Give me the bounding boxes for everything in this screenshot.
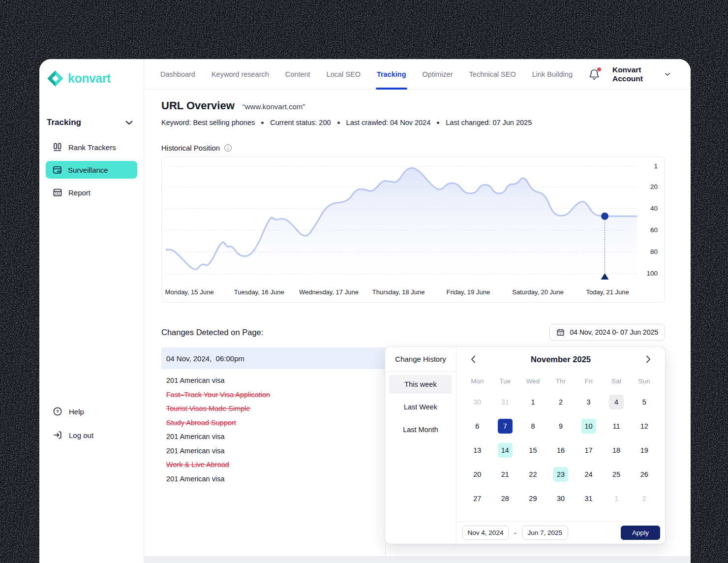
help-button[interactable]: ? Help xyxy=(53,407,144,416)
calendar-day[interactable]: 16 xyxy=(547,438,575,462)
calendar-day[interactable]: 24 xyxy=(575,462,603,486)
info-icon[interactable] xyxy=(224,144,232,152)
calendar-day[interactable]: 21 xyxy=(491,462,519,486)
calendar-day[interactable]: 10 xyxy=(575,414,603,438)
calendar-panel: November 2025 MonTueWedThrFriSatSun 3031… xyxy=(456,347,665,544)
x-axis-label: Saturday, 20 June xyxy=(512,288,564,296)
calendar-day-number: 29 xyxy=(525,491,540,506)
calendar-day[interactable]: 29 xyxy=(519,486,547,510)
calendar-day-number: 31 xyxy=(498,395,513,409)
calendar-day-number: 12 xyxy=(637,419,652,434)
history-option-this-week[interactable]: This week xyxy=(389,375,452,394)
historical-position-label: Historical Position xyxy=(161,144,220,152)
weekday-label: Sun xyxy=(630,377,658,385)
calendar-day-number: 23 xyxy=(553,467,568,482)
historical-position-chart: 120406080100 Monday, 15 JuneTuesday, 16 … xyxy=(161,156,665,303)
rank-trackers-icon xyxy=(53,142,62,152)
end-date-input[interactable] xyxy=(522,526,568,540)
calendar-day[interactable]: 12 xyxy=(630,414,658,438)
nav-tab-optimizer[interactable]: Optimizer xyxy=(423,59,453,90)
calendar-day[interactable]: 31 xyxy=(491,390,519,414)
sidebar-item-rank-trackers[interactable]: Rank Trackers xyxy=(46,138,137,156)
nav-tab-link-building[interactable]: Link Building xyxy=(532,59,573,90)
calendar-day[interactable]: 1 xyxy=(519,390,547,414)
apply-button[interactable]: Apply xyxy=(621,526,660,540)
sidebar-item-report[interactable]: Report xyxy=(46,184,137,201)
calendar-day[interactable]: 20 xyxy=(463,462,491,486)
calendar-day[interactable]: 7 xyxy=(491,414,519,438)
calendar-day[interactable]: 28 xyxy=(491,486,519,510)
surveillance-icon xyxy=(53,165,62,175)
calendar-day[interactable]: 15 xyxy=(519,438,547,462)
calendar-icon xyxy=(556,328,565,337)
y-axis-tick: 40 xyxy=(640,204,658,214)
calendar-day[interactable]: 1 xyxy=(603,486,631,510)
calendar-day[interactable]: 14 xyxy=(491,438,519,462)
konvart-logo-icon xyxy=(47,70,64,87)
nav-tabs: DashboardKeyword researchContentLocal SE… xyxy=(160,59,573,89)
calendar-day[interactable]: 5 xyxy=(630,390,658,414)
x-axis: Monday, 15 JuneTuesday, 16 JuneWednesday… xyxy=(166,288,638,297)
nav-tab-dashboard[interactable]: Dashboard xyxy=(160,59,195,90)
svg-text:?: ? xyxy=(56,408,59,414)
calendar-day[interactable]: 3 xyxy=(575,390,603,414)
position-area-chart xyxy=(166,157,638,280)
date-range-dash: - xyxy=(514,529,516,537)
weekday-label: Thr xyxy=(547,377,575,385)
calendar-day-number: 19 xyxy=(637,443,652,458)
nav-tab-technical-seo[interactable]: Technical SEO xyxy=(469,59,516,90)
calendar-day[interactable]: 8 xyxy=(519,414,547,438)
calendar-day[interactable]: 2 xyxy=(630,486,658,510)
nav-tab-keyword-research[interactable]: Keyword research xyxy=(212,59,269,90)
calendar-day[interactable]: 27 xyxy=(463,486,491,510)
calendar-day-number: 21 xyxy=(498,467,513,482)
calendar-day[interactable]: 6 xyxy=(463,414,491,438)
notifications-button[interactable] xyxy=(589,68,600,80)
nav-tab-local-seo[interactable]: Local SEO xyxy=(327,59,361,90)
calendar-day[interactable]: 4 xyxy=(603,390,631,414)
chart-marker-dot[interactable] xyxy=(601,213,608,220)
y-axis-tick: 100 xyxy=(640,269,658,279)
calendar-day[interactable]: 13 xyxy=(463,438,491,462)
change-history-popup: Change History This weekLast WeekLast Mo… xyxy=(385,347,665,544)
calendar-day[interactable]: 23 xyxy=(547,462,575,486)
calendar-day-number: 17 xyxy=(581,443,596,458)
chevron-left-icon xyxy=(471,355,476,363)
brand-logo[interactable]: konvart xyxy=(39,70,144,87)
calendar-day[interactable]: 30 xyxy=(547,486,575,510)
sidebar-section-tracking[interactable]: Tracking xyxy=(39,118,144,127)
help-icon: ? xyxy=(53,407,62,416)
next-month-button[interactable] xyxy=(642,353,654,365)
changes-heading: Changes Detected on Page: xyxy=(161,328,263,337)
nav-tab-tracking[interactable]: Tracking xyxy=(377,59,406,90)
calendar-day-number: 15 xyxy=(525,443,540,458)
sidebar-item-surveillance[interactable]: Surveillance xyxy=(46,161,137,179)
calendar-day[interactable]: 30 xyxy=(463,390,491,414)
calendar-day[interactable]: 19 xyxy=(630,438,658,462)
date-range-button[interactable]: 04 Nov, 2024 0- 07 Jun 2025 xyxy=(549,324,665,341)
x-axis-label: Thursday, 18 June xyxy=(372,288,425,296)
calendar-day[interactable]: 22 xyxy=(519,462,547,486)
calendar-day[interactable]: 2 xyxy=(547,390,575,414)
column-divider xyxy=(385,544,386,556)
calendar-day[interactable]: 17 xyxy=(575,438,603,462)
calendar-day[interactable]: 11 xyxy=(603,414,631,438)
history-option-last-month[interactable]: Last Month xyxy=(389,420,452,439)
calendar-day-number: 16 xyxy=(553,443,568,458)
prev-month-button[interactable] xyxy=(467,353,479,365)
logout-button[interactable]: Log out xyxy=(53,430,144,440)
chevron-down-icon xyxy=(665,72,670,76)
y-axis-tick: 20 xyxy=(640,182,658,192)
calendar-day[interactable]: 9 xyxy=(547,414,575,438)
calendar-day[interactable]: 26 xyxy=(630,462,658,486)
chevron-right-icon xyxy=(646,355,651,363)
account-menu[interactable]: Konvart Account xyxy=(612,65,670,83)
sidebar-item-label: Report xyxy=(68,188,91,197)
history-option-last-week[interactable]: Last Week xyxy=(389,398,452,416)
start-date-input[interactable] xyxy=(462,526,509,540)
nav-tab-content[interactable]: Content xyxy=(285,59,310,90)
calendar-day[interactable]: 18 xyxy=(603,438,631,462)
calendar-day[interactable]: 31 xyxy=(575,486,603,510)
calendar-day-number: 8 xyxy=(525,419,540,434)
calendar-day[interactable]: 25 xyxy=(603,462,631,486)
